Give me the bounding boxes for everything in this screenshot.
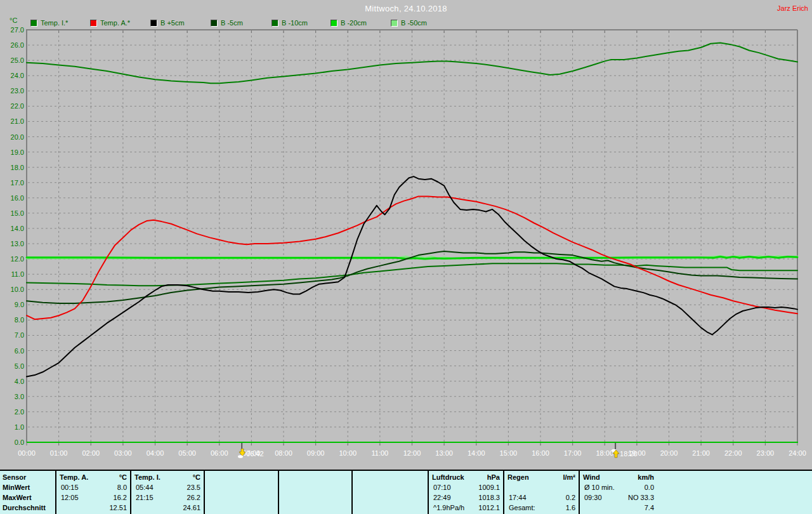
row-label: Sensor (3, 473, 26, 482)
column-unit: hPa (428, 473, 500, 482)
y-axis-label: 26.0 (11, 41, 24, 49)
column-unit: l/m² (504, 473, 575, 482)
y-axis-label: 27.0 (11, 26, 24, 34)
sunset-icon (612, 449, 619, 458)
y-axis-label: 6.0 (15, 347, 24, 355)
row-label: MaxWert (3, 493, 32, 503)
value-number: 16.2 (56, 493, 127, 503)
x-axis-label: 17:00 (564, 449, 582, 457)
stats-table: SensorMinWertMaxWertDurchschnittTemp. A.… (0, 470, 812, 514)
y-axis-label: 0.0 (15, 438, 24, 446)
weather-station-screen: { "header": { "title": "Mittwoch, 24.10.… (0, 0, 812, 514)
table-separator (579, 471, 580, 514)
table-separator (428, 471, 429, 514)
y-axis-label: 13.0 (11, 240, 24, 247)
x-axis-label: 15:00 (500, 449, 518, 457)
y-axis-label: 21.0 (11, 117, 24, 125)
y-axis-label: 14.0 (11, 225, 24, 232)
y-axis-label: 8.0 (15, 316, 24, 324)
y-axis-label: 17.0 (11, 179, 24, 187)
y-axis-label: 16.0 (11, 194, 24, 202)
y-axis-label: 4.0 (15, 378, 24, 385)
y-axis-label: 3.0 (15, 393, 24, 400)
y-axis-label: 22.0 (11, 102, 24, 110)
x-axis-label: 24:00 (789, 449, 806, 457)
y-axis-label: 2.0 (15, 408, 24, 416)
x-axis-label: 10:00 (339, 449, 357, 457)
x-axis-label: 01:00 (50, 449, 68, 457)
sunrise-marker: 06:42 (238, 449, 264, 458)
y-axis-label: 12.0 (11, 255, 24, 263)
table-separator (130, 471, 131, 514)
row-label: Durchschnitt (3, 503, 46, 513)
x-axis-label: 02:00 (82, 449, 100, 457)
y-axis-label: 18.0 (11, 164, 24, 171)
y-axis-label: 1.0 (15, 423, 24, 431)
y-axis-label: 11.0 (11, 270, 24, 278)
y-axis-label: 9.0 (15, 301, 24, 308)
y-axis-label: 10.0 (11, 286, 24, 293)
x-axis-label: 23:00 (757, 449, 775, 457)
table-separator (55, 471, 56, 514)
y-axis-label: 5.0 (15, 362, 24, 370)
value-number: 7.4 (579, 503, 654, 513)
x-axis-label: 03:00 (114, 449, 132, 457)
x-axis-label: 04:00 (147, 449, 164, 457)
temperature-chart: 0.01.02.03.04.05.06.07.08.09.010.011.012… (0, 0, 812, 470)
x-axis-label: 06:00 (211, 449, 228, 457)
x-axis-label: 09:00 (307, 449, 325, 457)
column-unit: °C (56, 473, 127, 482)
x-axis-label: 11:00 (372, 449, 389, 457)
y-axis-label: 20.0 (11, 133, 24, 141)
value-number: 8.0 (56, 483, 127, 492)
y-axis-label: 25.0 (11, 56, 24, 64)
value-number: 1018.3 (428, 493, 500, 503)
value-number: 0.2 (504, 493, 575, 503)
x-axis-label: 00:00 (18, 449, 36, 457)
row-label: MinWert (3, 483, 30, 492)
value-number: NO 33.3 (579, 493, 654, 503)
value-number: 24.61 (131, 503, 200, 513)
sunrise-icon (238, 449, 246, 458)
x-axis-label: 08:00 (275, 449, 292, 457)
x-axis-label: 18:00 (596, 449, 613, 457)
y-axis-label: 7.0 (15, 331, 24, 339)
value-number: 1009.1 (428, 483, 500, 492)
column-unit: km/h (579, 473, 654, 482)
y-axis-label: 24.0 (11, 72, 24, 79)
value-number: 1.6 (504, 503, 575, 513)
value-number: 12.51 (56, 503, 127, 513)
value-number: 23.5 (131, 483, 200, 492)
table-separator (503, 471, 504, 514)
x-axis-label: 13:00 (435, 449, 453, 457)
x-axis-label: 05:00 (178, 449, 196, 457)
column-unit: °C (131, 473, 200, 482)
sunrise-time: 06:42 (246, 450, 264, 458)
value-number: 1012.1 (428, 503, 500, 513)
x-axis-label: 12:00 (403, 449, 421, 457)
y-axis-label: 23.0 (11, 87, 24, 95)
x-axis-label: 20:00 (660, 449, 678, 457)
y-axis-label: 15.0 (11, 209, 24, 217)
value-number: 26.2 (131, 493, 200, 503)
table-separator (278, 471, 279, 514)
sunset-marker: 18:20 (612, 449, 638, 458)
x-axis-label: 14:00 (468, 449, 485, 457)
sunset-time: 18:20 (620, 450, 638, 458)
table-separator (204, 471, 205, 514)
x-axis-label: 21:00 (692, 449, 710, 457)
y-axis-label: 19.0 (11, 148, 24, 156)
table-separator (351, 471, 353, 514)
x-axis-label: 22:00 (724, 449, 742, 457)
x-axis-label: 16:00 (532, 449, 549, 457)
value-number: 0.0 (579, 483, 654, 492)
